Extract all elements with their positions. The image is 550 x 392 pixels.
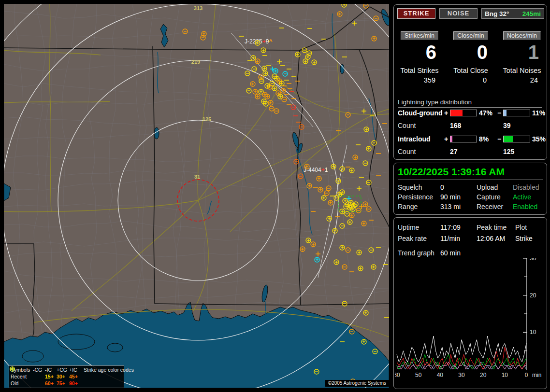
stats-panel: STRIKE NOISE Bng 32° 245mi Strikes/min 6… — [393, 4, 547, 160]
total-noises-value: 24 — [530, 76, 538, 84]
squelch-label: Squelch — [398, 183, 422, 191]
age-code: 45+ — [69, 373, 81, 380]
cloud-ground-label: Cloud-ground — [398, 109, 443, 117]
total-noises-label: Total Noises — [498, 67, 546, 74]
range-value: 313 mi — [440, 203, 461, 210]
close-rate-value: 0 — [477, 42, 488, 63]
total-close-value: 0 — [483, 76, 487, 84]
legend-pcg-header: +CG — [57, 366, 69, 374]
cg-minus-pct: 11% — [532, 109, 545, 117]
age-code: 75+ — [57, 380, 69, 387]
receiver-label: Receiver — [477, 203, 503, 210]
age-code: 30+ — [57, 373, 69, 380]
plus-icon — [9, 366, 15, 372]
copyright-text: ©2005 Astrogenic Systems — [325, 380, 389, 387]
trend-graph-window: 60 min — [440, 249, 461, 257]
cg-plus-count: 168 — [450, 122, 461, 129]
intracloud-row: Intracloud + 8% − 35% — [394, 135, 547, 143]
svg-text:60: 60 — [395, 372, 400, 378]
peak-time-label: Peak time — [477, 224, 507, 231]
peak-time-value: 12:06 AM — [477, 235, 505, 242]
svg-text:219: 219 — [191, 59, 200, 65]
svg-text:30: 30 — [530, 258, 536, 262]
plot-mode-value: Strike — [515, 235, 533, 242]
svg-text:10: 10 — [502, 372, 508, 378]
ic-plus-bar — [450, 136, 477, 142]
ic-plus-count: 27 — [450, 148, 458, 155]
range-label: Range — [398, 203, 418, 210]
peak-rate-value: 11/min — [440, 235, 460, 242]
svg-text:10: 10 — [530, 329, 536, 336]
svg-text:20: 20 — [530, 292, 536, 299]
map-canvas: 31321912531 J-2225+9^J-4404+1 — [4, 4, 389, 388]
legend-nic-header: -IC — [45, 366, 57, 374]
total-strikes-value: 359 — [424, 76, 435, 84]
datetime-display: 10/22/2025 1:39:16 AM — [398, 166, 543, 180]
ic-plus-pct: 8% — [479, 135, 489, 143]
noises-rate-value: 1 — [528, 42, 539, 63]
minus-sign: − — [497, 109, 501, 117]
minus-sign: − — [497, 135, 501, 143]
plus-sign: + — [444, 109, 448, 117]
legend-old-label: Old — [11, 380, 33, 387]
peak-rate-label: Peak rate — [398, 235, 427, 242]
count-label: Count — [398, 148, 416, 155]
ic-minus-bar — [503, 136, 530, 142]
upload-label: Upload — [477, 183, 498, 191]
legend-old-row: Old 60+75+90+ — [11, 380, 122, 387]
close-per-min-chip: Close/min — [453, 31, 488, 40]
svg-text:125: 125 — [203, 116, 211, 122]
legend-recent-row: Recent 15+30+45+ — [11, 373, 122, 380]
svg-text:0: 0 — [525, 372, 528, 378]
persistence-value: 90 min — [440, 193, 461, 201]
legend-pic-header: +IC — [69, 366, 81, 374]
svg-text:J-2225+9^: J-2225+9^ — [245, 38, 272, 45]
strikes-per-min-chip: Strikes/min — [401, 31, 438, 40]
svg-text:20: 20 — [480, 372, 487, 378]
legend-recent-label: Recent — [11, 373, 33, 380]
capture-value: Active — [513, 193, 531, 201]
trend-panel: Uptime 117:09 Peak time Plot Peak rate 1… — [393, 217, 547, 389]
trend-chart: 1020306050403020100min — [395, 258, 546, 386]
strikes-rate-value: 6 — [426, 42, 436, 63]
uptime-value: 117:09 — [440, 224, 461, 231]
ic-minus-pct: 35% — [532, 135, 546, 143]
svg-text:31: 31 — [194, 174, 200, 180]
noises-per-min-chip: Noises/min — [503, 31, 541, 40]
distribution-title: Lightning type distribution — [398, 98, 542, 108]
svg-text:50: 50 — [415, 372, 422, 378]
app-window: 31321912531 J-2225+9^J-4404+1 Symbols -C… — [0, 0, 550, 392]
persistence-label: Persistence — [398, 193, 433, 201]
map-legend: Symbols -CG -IC +CG +IC Strike age color… — [9, 365, 124, 388]
age-code: 60+ — [45, 380, 57, 387]
trend-graph-label: Trend graph — [398, 249, 434, 257]
age-code: 90+ — [69, 380, 81, 387]
intracloud-label: Intracloud — [398, 135, 431, 143]
receiver-value: Enabled — [513, 203, 537, 210]
cg-minus-count: 39 — [503, 122, 511, 129]
cloud-ground-row: Cloud-ground + 47% − 11% — [394, 109, 547, 117]
svg-text:313: 313 — [194, 5, 203, 11]
upload-value: Disabled — [513, 183, 539, 191]
plus-sign: + — [444, 135, 448, 143]
svg-text:30: 30 — [458, 372, 465, 378]
cg-minus-bar — [503, 110, 530, 116]
legend-age-header: Strike age color codes — [84, 366, 126, 374]
total-close-label: Total Close — [447, 67, 494, 74]
ic-minus-count: 125 — [503, 148, 514, 155]
uptime-label: Uptime — [398, 224, 419, 231]
legend-ncg-header: -CG — [33, 366, 45, 374]
squelch-value: 0 — [440, 183, 444, 191]
age-code: 15+ — [45, 373, 57, 380]
total-strikes-label: Total Strikes — [396, 67, 443, 74]
legend-header-row: Symbols -CG -IC +CG +IC Strike age color… — [11, 366, 122, 373]
count-label: Count — [398, 122, 416, 129]
plot-label: Plot — [515, 224, 527, 231]
svg-text:min: min — [532, 372, 541, 378]
capture-label: Capture — [477, 193, 501, 201]
svg-text:40: 40 — [437, 372, 444, 378]
lightning-map: 31321912531 J-2225+9^J-4404+1 Symbols -C… — [4, 4, 389, 388]
cg-plus-pct: 47% — [479, 109, 492, 117]
status-panel: 10/22/2025 1:39:16 AM Squelch 0 Upload D… — [393, 163, 547, 215]
cg-plus-bar — [450, 110, 477, 116]
